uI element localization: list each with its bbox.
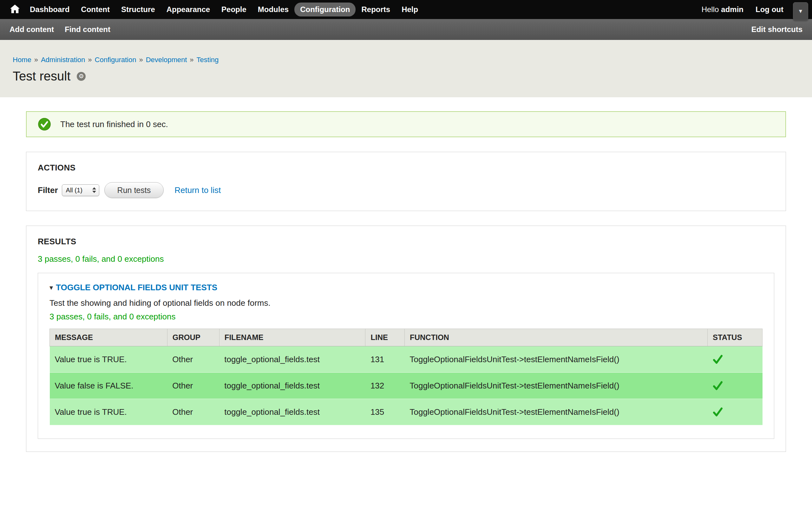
drupal-test-result-page: { "toolbar": { "items": [ {"label": "Das…	[0, 0, 812, 507]
main-content: The test run finished in 0 sec. ACTIONS …	[0, 97, 812, 471]
filter-select-value: All (1)	[66, 187, 83, 194]
header-function: FUNCTION	[404, 329, 707, 346]
header-filename: FILENAME	[219, 329, 365, 346]
filter-select[interactable]: All (1)	[62, 184, 99, 196]
admin-menu: Dashboard Content Structure Appearance P…	[24, 3, 424, 16]
username: admin	[721, 5, 744, 14]
cell-line: 131	[365, 346, 405, 373]
status-message-text: The test run finished in 0 sec.	[60, 119, 168, 129]
cell-function: ToggleOptionalFieldsUnitTest->testElemen…	[404, 346, 707, 373]
home-icon	[10, 4, 20, 14]
cell-message: Value true is TRUE.	[50, 399, 167, 425]
page-header: Home » Administration » Configuration » …	[0, 40, 812, 97]
test-group-summary: 3 passes, 0 fails, and 0 exceptions	[49, 312, 763, 322]
run-tests-button[interactable]: Run tests	[104, 182, 164, 198]
table-row: Value true is TRUE. Other toggle_optiona…	[50, 346, 763, 373]
cell-function: ToggleOptionalFieldsUnitTest->testElemen…	[404, 399, 707, 425]
contextual-gear-button[interactable]: ⚙	[77, 72, 86, 81]
cell-status	[707, 373, 762, 399]
menu-item-configuration[interactable]: Configuration	[294, 3, 356, 16]
menu-item-structure[interactable]: Structure	[115, 3, 161, 16]
cell-group: Other	[167, 399, 219, 425]
user-greeting: Helloadmin	[702, 5, 744, 14]
status-message: The test run finished in 0 sec.	[26, 111, 786, 137]
breadcrumb-home[interactable]: Home	[13, 56, 32, 64]
title-row: Test result ⚙	[13, 69, 799, 83]
shortcut-bar: Add content Find content Edit shortcuts	[0, 19, 812, 40]
logout-link[interactable]: Log out	[756, 5, 783, 14]
header-group: GROUP	[167, 329, 219, 346]
admin-toolbar: Dashboard Content Structure Appearance P…	[0, 0, 812, 19]
pass-check-icon	[712, 354, 723, 365]
breadcrumb-administration[interactable]: Administration	[41, 56, 85, 64]
breadcrumb-testing[interactable]: Testing	[197, 56, 219, 64]
menu-item-people[interactable]: People	[216, 3, 252, 16]
actions-panel: ACTIONS Filter All (1) Run tests Return …	[26, 152, 786, 211]
cell-filename: toggle_optional_fields.test	[219, 373, 365, 399]
table-row: Value false is FALSE. Other toggle_optio…	[50, 373, 763, 399]
pass-check-icon	[712, 406, 723, 417]
breadcrumb-separator: »	[88, 56, 92, 64]
results-panel: RESULTS 3 passes, 0 fails, and 0 excepti…	[26, 226, 786, 452]
toolbar-toggle-button[interactable]: ▼	[793, 2, 808, 20]
cell-line: 132	[365, 373, 405, 399]
results-summary: 3 passes, 0 fails, and 0 exceptions	[38, 254, 774, 264]
cell-function: ToggleOptionalFieldsUnitTest->testElemen…	[404, 373, 707, 399]
menu-item-help[interactable]: Help	[396, 3, 424, 16]
shortcut-add-content[interactable]: Add content	[9, 25, 54, 34]
select-stepper-icon	[92, 187, 96, 193]
return-to-list-link[interactable]: Return to list	[174, 185, 221, 195]
menu-item-reports[interactable]: Reports	[356, 3, 396, 16]
cell-filename: toggle_optional_fields.test	[219, 346, 365, 373]
test-group-title[interactable]: TOGGLE OPTIONAL FIELDS UNIT TESTS	[56, 283, 217, 292]
breadcrumb-separator: »	[190, 56, 194, 64]
cell-group: Other	[167, 346, 219, 373]
cell-message: Value true is TRUE.	[50, 346, 167, 373]
actions-legend: ACTIONS	[38, 163, 774, 173]
page-title: Test result	[13, 69, 70, 83]
menu-item-dashboard[interactable]: Dashboard	[24, 3, 75, 16]
results-table-body: Value true is TRUE. Other toggle_optiona…	[50, 346, 763, 425]
header-message: MESSAGE	[50, 329, 167, 346]
header-status: STATUS	[707, 329, 762, 346]
breadcrumb-development[interactable]: Development	[146, 56, 187, 64]
success-check-icon	[38, 118, 51, 130]
cell-filename: toggle_optional_fields.test	[219, 399, 365, 425]
gear-icon: ⚙	[79, 72, 84, 80]
cell-status	[707, 346, 762, 373]
test-group-fieldset: ▾ TOGGLE OPTIONAL FIELDS UNIT TESTS Test…	[38, 273, 774, 439]
test-group-description: Test the showing and hiding of optional …	[49, 298, 763, 308]
menu-item-appearance[interactable]: Appearance	[161, 3, 216, 16]
header-line: LINE	[365, 329, 405, 346]
toolbar-right: Helloadmin Log out	[702, 5, 783, 14]
pass-check-icon	[712, 380, 723, 391]
cell-status	[707, 399, 762, 425]
results-legend: RESULTS	[38, 237, 774, 246]
edit-shortcuts-link[interactable]: Edit shortcuts	[751, 25, 803, 34]
cell-line: 135	[365, 399, 405, 425]
greeting-prefix: Hello	[702, 5, 719, 14]
collapse-caret-icon: ▾	[49, 284, 53, 291]
breadcrumb: Home » Administration » Configuration » …	[13, 56, 799, 64]
cell-group: Other	[167, 373, 219, 399]
results-table-head: MESSAGE GROUP FILENAME LINE FUNCTION STA…	[50, 329, 763, 346]
shortcut-links: Add content Find content	[9, 25, 110, 34]
results-table: MESSAGE GROUP FILENAME LINE FUNCTION STA…	[49, 329, 763, 425]
table-header-row: MESSAGE GROUP FILENAME LINE FUNCTION STA…	[50, 329, 763, 346]
caret-down-icon: ▼	[798, 8, 803, 14]
shortcut-find-content[interactable]: Find content	[65, 25, 110, 34]
breadcrumb-configuration[interactable]: Configuration	[95, 56, 136, 64]
breadcrumb-separator: »	[139, 56, 143, 64]
filter-label: Filter	[38, 185, 58, 195]
cell-message: Value false is FALSE.	[50, 373, 167, 399]
menu-item-content[interactable]: Content	[75, 3, 115, 16]
menu-item-modules[interactable]: Modules	[252, 3, 294, 16]
table-row: Value true is TRUE. Other toggle_optiona…	[50, 399, 763, 425]
home-button[interactable]	[6, 3, 23, 16]
breadcrumb-separator: »	[34, 56, 38, 64]
test-group-legend[interactable]: ▾ TOGGLE OPTIONAL FIELDS UNIT TESTS	[49, 283, 763, 292]
actions-row: Filter All (1) Run tests Return to list	[38, 182, 774, 198]
